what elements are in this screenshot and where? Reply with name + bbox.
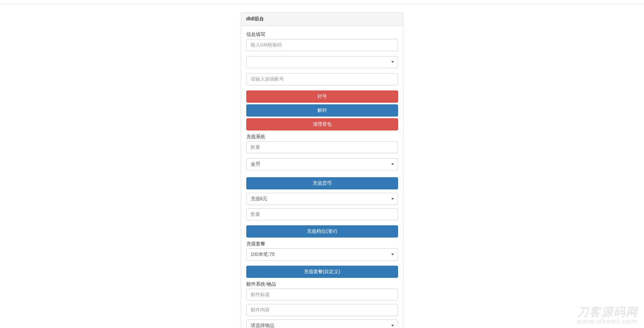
page-container: dldl后台 信息填写 封号 解封 清理背包 充值系统 金币 充值货币 xyxy=(0,4,644,328)
mail-body-input[interactable] xyxy=(246,304,398,316)
game-account-input[interactable] xyxy=(246,73,398,85)
admin-panel: dldl后台 信息填写 封号 解封 清理背包 充值系统 金币 充值货币 xyxy=(241,12,403,328)
recharge-currency-button[interactable]: 充值货币 xyxy=(246,177,398,189)
clear-bag-button[interactable]: 清理背包 xyxy=(246,118,398,130)
package-select-value[interactable]: 100单笔:75 xyxy=(246,248,398,261)
recharge-section-label: 充值系统 xyxy=(246,134,398,140)
tier-amount-input[interactable] xyxy=(246,208,398,221)
recharge-package-button[interactable]: 充值套餐(自定义) xyxy=(246,266,398,278)
mail-title-input[interactable] xyxy=(246,289,398,301)
package-select[interactable]: 100单笔:75 xyxy=(246,248,398,261)
unban-button[interactable]: 解封 xyxy=(246,104,398,117)
recharge-tier-button[interactable]: 充值档位(涨V) xyxy=(246,225,398,238)
server-select-value[interactable] xyxy=(246,56,398,68)
topbar xyxy=(0,0,644,4)
server-select[interactable] xyxy=(246,56,398,68)
tier-select-value[interactable]: 充值6元 xyxy=(246,193,398,205)
currency-select-value[interactable]: 金币 xyxy=(246,158,398,170)
gm-code-input[interactable] xyxy=(246,39,398,51)
ban-button[interactable]: 封号 xyxy=(246,90,398,103)
mail-section-label: 邮件系统-物品 xyxy=(246,281,398,287)
info-section-label: 信息填写 xyxy=(246,32,398,38)
currency-select[interactable]: 金币 xyxy=(246,158,398,170)
mail-item-select-value[interactable]: 请选择物品 xyxy=(246,320,398,328)
package-section-label: 充值套餐 xyxy=(246,241,398,247)
tier-select[interactable]: 充值6元 xyxy=(246,193,398,205)
panel-title: dldl后台 xyxy=(241,13,403,26)
panel-body: 信息填写 封号 解封 清理背包 充值系统 金币 充值货币 充值6元 xyxy=(241,26,403,328)
mail-item-select[interactable]: 请选择物品 xyxy=(246,320,398,328)
recharge-amount-input[interactable] xyxy=(246,141,398,153)
